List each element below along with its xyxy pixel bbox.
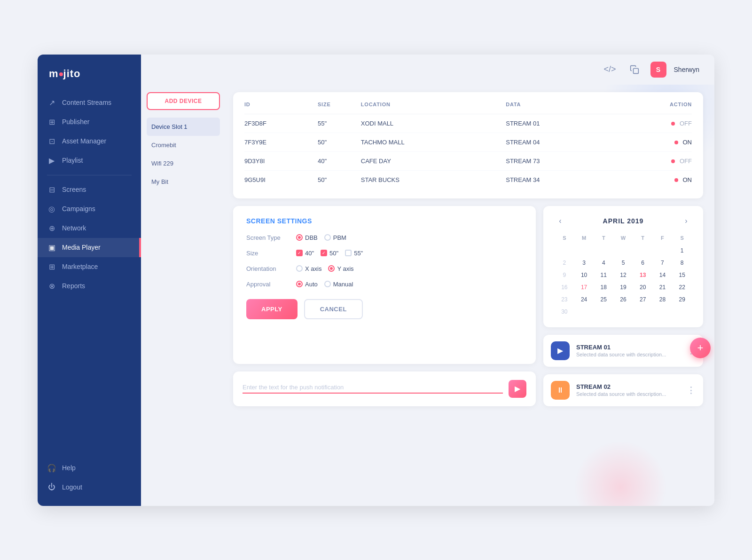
screens-icon: ⊟ (47, 185, 56, 194)
approval-auto[interactable]: Auto (296, 281, 318, 288)
calendar-day[interactable]: 19 (613, 281, 633, 293)
sidebar-item-screens[interactable]: ⊟ Screens (38, 180, 141, 199)
sidebar-item-reports[interactable]: ⊗ Reports (38, 276, 141, 296)
sidebar-item-campaigns[interactable]: ◎ Campaigns (38, 199, 141, 219)
calendar-day[interactable]: 6 (633, 257, 653, 269)
sidebar-item-label: Campaigns (62, 205, 95, 213)
calendar-day[interactable]: 24 (574, 293, 594, 306)
device-item-slot1[interactable]: Device Slot 1 (147, 118, 220, 136)
calendar-day[interactable]: 4 (594, 257, 613, 269)
help-icon: 🎧 (47, 464, 56, 473)
calendar-day[interactable]: 23 (555, 293, 574, 306)
status-dot (671, 159, 675, 163)
calendar-day (672, 306, 692, 318)
device-item-cromebit[interactable]: Cromebit (147, 136, 220, 154)
orientation-y[interactable]: Y axis (328, 265, 353, 272)
size-50[interactable]: 50" (321, 250, 338, 257)
calendar-day[interactable]: 13 (633, 269, 653, 281)
calendar-day[interactable]: 8 (672, 257, 692, 269)
cell-action[interactable]: OFF (619, 151, 692, 170)
device-item-wifi229[interactable]: Wifi 229 (147, 154, 220, 173)
cell-action[interactable]: ON (619, 170, 692, 189)
cell-action[interactable]: ON (619, 133, 692, 151)
calendar-prev[interactable]: ‹ (555, 215, 566, 227)
notification-input[interactable] (243, 384, 503, 394)
sidebar-item-asset-manager[interactable]: ⊡ Asset Manager (38, 132, 141, 151)
sidebar-item-playlist[interactable]: ▶ Playlist (38, 151, 141, 170)
sidebar-item-publisher[interactable]: ⊞ Publisher (38, 112, 141, 132)
orientation-x[interactable]: X axis (296, 265, 321, 272)
sidebar-item-help[interactable]: 🎧 Help (38, 458, 141, 478)
copy-icon[interactable] (626, 61, 643, 78)
calendar-next[interactable]: › (681, 215, 692, 227)
code-icon[interactable]: </> (602, 61, 619, 78)
marketplace-icon: ⊞ (47, 262, 56, 271)
cell-size: 40" (318, 151, 361, 170)
screen-type-label: Screen Type (246, 234, 289, 241)
calendar-day (555, 245, 574, 257)
calendar-day[interactable]: 27 (633, 293, 653, 306)
stream-02-desc: Selected data source with description... (576, 391, 680, 397)
apply-button[interactable]: APPLY (246, 299, 298, 319)
cell-location: XODI MALL (361, 114, 506, 133)
sidebar-item-marketplace[interactable]: ⊞ Marketplace (38, 257, 141, 276)
approval-manual[interactable]: Manual (324, 281, 353, 288)
cell-data: STREAM 04 (506, 133, 619, 151)
add-device-button[interactable]: ADD DEVICE (147, 92, 220, 110)
calendar-day (574, 306, 594, 318)
sidebar-item-media-player[interactable]: ▣ Media Player (38, 238, 141, 257)
calendar-day[interactable]: 1 (672, 245, 692, 257)
device-table: ID SIZE LOCATION DATA ACTION 2F3D8F 55" … (244, 102, 692, 189)
calendar-header: ‹ APRIL 2019 › (555, 215, 692, 227)
calendar-day[interactable]: 22 (672, 281, 692, 293)
calendar-day (653, 306, 673, 318)
stream-01-play-button[interactable]: ▶ (551, 341, 570, 360)
sidebar-item-content-streams[interactable]: ↗ Content Streams (38, 93, 141, 112)
screen-type-dbb[interactable]: DBB (296, 234, 318, 241)
calendar-day[interactable]: 25 (594, 293, 613, 306)
cell-id: 2F3D8F (244, 114, 318, 133)
calendar-day[interactable]: 9 (555, 269, 574, 281)
calendar-day[interactable]: 30 (555, 306, 574, 318)
approval-row: Approval Auto Manual (246, 281, 523, 288)
calendar-day[interactable]: 2 (555, 257, 574, 269)
campaigns-icon: ◎ (47, 205, 56, 213)
sidebar-item-label: Content Streams (62, 99, 111, 106)
calendar-day[interactable]: 29 (672, 293, 692, 306)
cancel-button[interactable]: CANCEL (304, 299, 363, 319)
size-55[interactable]: 55" (345, 250, 363, 257)
calendar-day[interactable]: 20 (633, 281, 653, 293)
calendar-day[interactable]: 16 (555, 281, 574, 293)
sidebar-item-network[interactable]: ⊕ Network (38, 219, 141, 238)
calendar-day[interactable]: 14 (653, 269, 673, 281)
table-row: 9G5U9I 50" STAR BUCKS STREAM 34 ON (244, 170, 692, 189)
cell-action[interactable]: OFF (619, 114, 692, 133)
publisher-icon: ⊞ (47, 118, 56, 126)
calendar-day[interactable]: 10 (574, 269, 594, 281)
calendar-day (594, 306, 613, 318)
screen-type-options: DBB PBM (296, 234, 346, 241)
calendar-day[interactable]: 5 (613, 257, 633, 269)
screen-type-pbm[interactable]: PBM (324, 234, 346, 241)
svg-rect-0 (633, 68, 638, 73)
calendar-day[interactable]: 28 (653, 293, 673, 306)
calendar-day[interactable]: 17 (574, 281, 594, 293)
notification-send-button[interactable]: ▶ (509, 380, 526, 398)
fab-add-button[interactable]: + (690, 338, 711, 358)
stream-02-more[interactable]: ⋮ (687, 386, 696, 394)
calendar-day[interactable]: 26 (613, 293, 633, 306)
calendar-day[interactable]: 12 (613, 269, 633, 281)
calendar-day[interactable]: 7 (653, 257, 673, 269)
stream-02-pause-button[interactable]: ⏸ (551, 381, 570, 400)
calendar-day[interactable]: 18 (594, 281, 613, 293)
calendar-day[interactable]: 3 (574, 257, 594, 269)
sidebar-item-logout[interactable]: ⏻ Logout (38, 478, 141, 497)
table-row: 7F3Y9E 50" TACHMO MALL STREAM 04 ON (244, 133, 692, 151)
sidebar-item-label: Screens (62, 186, 86, 193)
size-40[interactable]: 40" (296, 250, 314, 257)
cell-size: 50" (318, 170, 361, 189)
calendar-day[interactable]: 11 (594, 269, 613, 281)
device-item-mybit[interactable]: My Bit (147, 173, 220, 191)
calendar-day[interactable]: 21 (653, 281, 673, 293)
calendar-day[interactable]: 15 (672, 269, 692, 281)
